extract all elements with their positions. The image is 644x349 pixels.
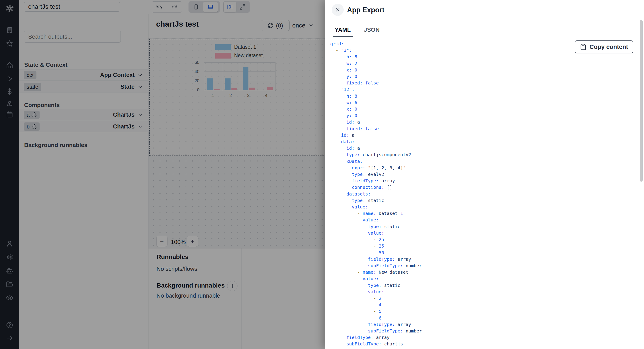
tab-yaml[interactable]: YAML — [335, 26, 350, 33]
modal-backdrop[interactable] — [0, 0, 325, 349]
drawer-title: App Export — [347, 6, 384, 14]
app-window: Outputs State & Context ctx App Context … — [0, 0, 644, 349]
clipboard-icon — [580, 43, 586, 50]
copy-content-button[interactable]: Copy content — [575, 40, 633, 53]
tab-json[interactable]: JSON — [364, 26, 380, 33]
app-export-drawer: App Export YAML JSON Copy content grid: … — [325, 0, 644, 349]
yaml-code-view[interactable]: grid: - "3": h: 8 w: 2 x: 0 y: 0 fixed: … — [330, 41, 422, 349]
close-icon — [335, 7, 340, 13]
drawer-scrollbar[interactable] — [640, 20, 643, 182]
copy-content-label: Copy content — [590, 43, 628, 50]
close-drawer-button[interactable] — [332, 4, 344, 16]
